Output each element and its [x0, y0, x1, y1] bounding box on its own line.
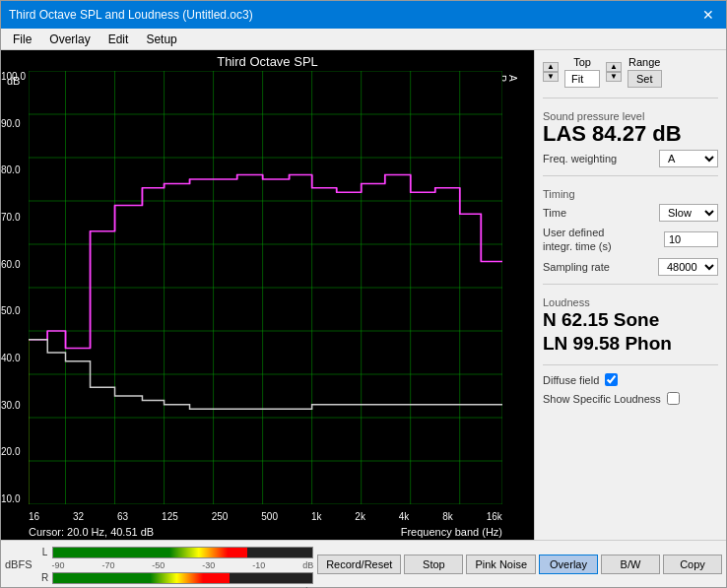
stop-button[interactable]: Stop [404, 555, 463, 574]
spl-value: LAS 84.27 dB [543, 122, 718, 146]
diffuse-field-checkbox[interactable] [605, 373, 618, 386]
meter-r-bar [52, 572, 314, 584]
y-tick-100: 100.0 [1, 71, 26, 82]
divider-2 [543, 175, 718, 176]
meter-r-row: R [38, 572, 314, 584]
time-label: Time [543, 207, 566, 219]
timing-section-label: Timing [543, 188, 718, 200]
sampling-rate-label: Sampling rate [543, 261, 610, 273]
meter-l-bar [52, 547, 314, 558]
cursor-info: Cursor: 20.0 Hz, 40.51 dB [29, 526, 154, 538]
chart-canvas-wrapper: 100.0 90.0 80.0 70.0 60.0 50.0 40.0 30.0… [29, 71, 502, 504]
y-tick-70: 70.0 [1, 212, 26, 223]
timing-section: Timing Time Slow Fast User defined integ… [543, 184, 718, 276]
bottom-chart-labels: Cursor: 20.0 Hz, 40.51 dB Frequency band… [29, 504, 502, 540]
main-window: Third Octave SPL and Loudness (Untitled.… [0, 0, 727, 588]
user-defined-label: User defined integr. time (s) [543, 226, 622, 254]
x-axis-label: Frequency band (Hz) [401, 526, 502, 538]
meter-l-row: L [38, 547, 314, 558]
range-spinner: ▲ ▼ [606, 62, 622, 82]
top-range-controls: ▲ ▼ Top Fit ▲ ▼ Range Set [543, 56, 718, 88]
close-button[interactable]: ✕ [698, 5, 718, 25]
show-specific-row: Show Specific Loudness [543, 392, 718, 405]
title-bar: Third Octave SPL and Loudness (Untitled.… [1, 1, 726, 29]
menu-edit[interactable]: Edit [100, 31, 137, 48]
pink-noise-button[interactable]: Pink Noise [466, 555, 536, 574]
show-specific-checkbox[interactable] [667, 392, 680, 405]
diffuse-field-row: Diffuse field [543, 373, 718, 386]
loudness-ln-value: LN 99.58 Phon [543, 332, 718, 357]
time-row: Time Slow Fast [543, 204, 718, 222]
loudness-section: Loudness N 62.15 Sone LN 99.58 Phon [543, 293, 718, 357]
divider-1 [543, 98, 718, 98]
action-buttons: Record/Reset Stop Pink Noise Overlay B/W… [317, 555, 722, 574]
meter-l-label: L [38, 547, 52, 557]
range-set-group: Range Set [628, 56, 662, 88]
meter-r-fill [53, 573, 230, 583]
range-down-button[interactable]: ▼ [606, 72, 622, 82]
sampling-rate-row: Sampling rate 48000 44100 96000 [543, 258, 718, 276]
loudness-section-label: Loudness [543, 296, 718, 308]
top-spinner: ▲ ▼ [543, 62, 559, 82]
top-fit-group: Top Fit [564, 56, 600, 88]
window-title: Third Octave SPL and Loudness (Untitled.… [9, 8, 698, 22]
set-button[interactable]: Set [628, 70, 662, 88]
overlay-button[interactable]: Overlay [539, 555, 598, 574]
freq-weighting-row: Freq. weighting A C Z [543, 150, 718, 167]
top-label: Top [573, 56, 591, 68]
record-reset-button[interactable]: Record/Reset [317, 555, 401, 574]
divider-3 [543, 284, 718, 285]
divider-4 [543, 364, 718, 365]
top-up-button[interactable]: ▲ [543, 62, 559, 72]
y-tick-40: 40.0 [1, 353, 26, 363]
chart-title: Third Octave SPL [1, 50, 534, 71]
meter-l-fill [53, 548, 248, 557]
copy-button[interactable]: Copy [663, 555, 722, 574]
range-label: Range [628, 56, 660, 68]
user-defined-row: User defined integr. time (s) [543, 226, 718, 254]
sampling-rate-select[interactable]: 48000 44100 96000 [658, 258, 718, 276]
menu-bar: File Overlay Edit Setup [1, 29, 726, 50]
freq-weighting-select[interactable]: A C Z [659, 150, 718, 167]
y-tick-10: 10.0 [1, 493, 26, 504]
range-up-button[interactable]: ▲ [606, 62, 622, 72]
y-tick-20: 20.0 [1, 446, 26, 457]
spl-section: Sound pressure level LAS 84.27 dB Freq. … [543, 106, 718, 167]
right-panel: ▲ ▼ Top Fit ▲ ▼ Range Set Sou [534, 50, 726, 540]
main-area: Third Octave SPL dB ARTA 100.0 90.0 80.0… [1, 50, 726, 540]
y-tick-50: 50.0 [1, 305, 26, 316]
dbfs-label: dBFS [5, 558, 33, 570]
menu-file[interactable]: File [5, 31, 39, 48]
y-tick-30: 30.0 [1, 400, 26, 411]
time-select[interactable]: Slow Fast [659, 204, 718, 222]
spectrum-chart [29, 71, 502, 504]
freq-weighting-label: Freq. weighting [543, 153, 617, 164]
y-tick-60: 60.0 [1, 259, 26, 270]
meter-r-label: R [38, 572, 52, 583]
y-ticks: 100.0 90.0 80.0 70.0 60.0 50.0 40.0 30.0… [1, 71, 26, 504]
user-defined-input[interactable] [664, 231, 718, 247]
meter-ticks-top: -90 -70 -50 -30 -10 dB [38, 560, 314, 570]
y-tick-90: 90.0 [1, 118, 26, 129]
chart-area: Third Octave SPL dB ARTA 100.0 90.0 80.0… [1, 50, 534, 540]
diffuse-field-label: Diffuse field [543, 374, 599, 386]
show-specific-label: Show Specific Loudness [543, 393, 661, 405]
y-tick-80: 80.0 [1, 164, 26, 175]
bw-button[interactable]: B/W [601, 555, 660, 574]
level-meter: L -90 -70 -50 -30 -10 dB R -80 [38, 547, 314, 582]
loudness-n-value: N 62.15 Sone [543, 308, 718, 333]
bottom-controls: dBFS L -90 -70 -50 -30 -10 dB R [1, 540, 726, 587]
top-down-button[interactable]: ▼ [543, 72, 559, 82]
fit-button[interactable]: Fit [564, 70, 600, 88]
menu-overlay[interactable]: Overlay [41, 31, 98, 48]
menu-setup[interactable]: Setup [138, 31, 184, 48]
